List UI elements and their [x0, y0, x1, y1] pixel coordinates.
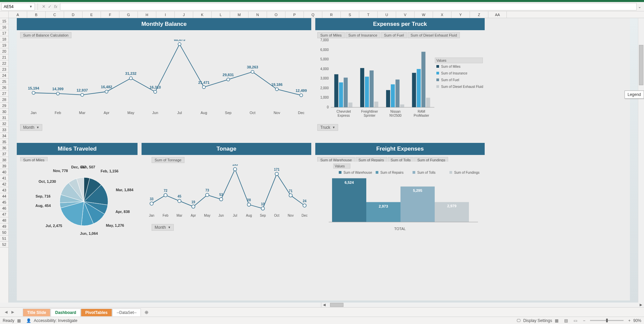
column-header[interactable]: V [396, 11, 415, 18]
column-header[interactable]: Z [470, 11, 488, 18]
column-header[interactable]: T [359, 11, 378, 18]
row-header[interactable]: 38 [0, 157, 8, 163]
column-header[interactable]: F [101, 11, 119, 18]
column-header[interactable]: P [285, 11, 304, 18]
row-header[interactable]: 21 [0, 54, 8, 60]
row-header[interactable]: 28 [0, 97, 8, 103]
filter-tonage-month[interactable]: Month▼ [152, 224, 174, 231]
chip[interactable]: Sum of Fuel [381, 32, 407, 38]
row-header[interactable]: 22 [0, 60, 8, 66]
column-header[interactable]: G [119, 11, 138, 18]
row-header[interactable]: 34 [0, 133, 8, 139]
row-header[interactable]: 41 [0, 175, 8, 181]
chip[interactable]: Sum of Diesel Exhaust Fluid [408, 32, 460, 38]
tab-pivottables[interactable]: PivotTables [81, 309, 112, 316]
accessibility-icon[interactable]: 👤 [23, 318, 34, 323]
row-header[interactable]: 23 [0, 66, 8, 72]
zoom-slider[interactable] [590, 320, 624, 321]
column-header[interactable]: R [322, 11, 341, 18]
status-display-settings[interactable]: Display Settings [523, 318, 552, 323]
view-page-layout-icon[interactable]: ▤ [561, 318, 571, 323]
chip[interactable]: Sum of Miles [317, 32, 345, 38]
row-header[interactable]: 25 [0, 78, 8, 85]
row-header[interactable]: 32 [0, 121, 8, 127]
column-header[interactable]: J [175, 11, 193, 18]
chip-balance[interactable]: Sum of Balance Calculation [20, 32, 71, 38]
horizontal-scrollbar[interactable] [327, 303, 638, 307]
row-header[interactable]: 43 [0, 187, 8, 193]
chip[interactable]: Sum of Insurance [345, 32, 380, 38]
formula-input[interactable] [60, 3, 637, 10]
column-header[interactable]: H [138, 11, 156, 18]
tab-title-slide[interactable]: Title Slide [23, 309, 50, 316]
tab-nav-prev-icon[interactable]: ◀ [3, 310, 9, 314]
row-header[interactable]: 26 [0, 85, 8, 91]
row-header[interactable]: 35 [0, 139, 8, 145]
column-header[interactable]: Y [451, 11, 470, 18]
zoom-in-icon[interactable]: + [626, 318, 633, 323]
name-box[interactable]: AE54 ▼ [1, 3, 35, 10]
column-header[interactable]: K [193, 11, 212, 18]
column-header[interactable]: E [83, 11, 101, 18]
column-header[interactable]: Q [304, 11, 322, 18]
row-header[interactable]: 18 [0, 36, 8, 42]
column-header[interactable]: D [64, 11, 83, 18]
chip-tonnage[interactable]: Sum of Tonnage [152, 157, 184, 163]
column-header[interactable]: S [341, 11, 359, 18]
column-header[interactable]: B [27, 11, 46, 18]
column-header[interactable]: I [156, 11, 175, 18]
row-header[interactable]: 42 [0, 181, 8, 187]
row-header[interactable]: 15 [0, 18, 8, 24]
row-header[interactable]: 52 [0, 241, 8, 248]
row-header[interactable]: 24 [0, 72, 8, 78]
select-all-corner[interactable] [0, 11, 9, 18]
row-header[interactable]: 45 [0, 199, 8, 205]
display-settings-icon[interactable]: 🖵 [514, 318, 523, 323]
cancel-formula-icon[interactable]: ✕ [41, 4, 47, 9]
row-header[interactable]: 20 [0, 48, 8, 54]
row-header[interactable]: 30 [0, 109, 8, 115]
tab-dashboard[interactable]: Dashboard [51, 309, 80, 317]
zoom-out-icon[interactable]: − [580, 318, 588, 323]
column-header[interactable]: N [249, 11, 267, 18]
view-page-break-icon[interactable]: ▭ [571, 318, 580, 323]
row-header[interactable]: 27 [0, 91, 8, 97]
chevron-down-icon[interactable]: ▼ [29, 5, 33, 8]
row-header[interactable]: 37 [0, 151, 8, 157]
row-header[interactable]: 47 [0, 211, 8, 217]
row-header[interactable]: 29 [0, 103, 8, 109]
zoom-level[interactable]: 90% [633, 318, 641, 323]
column-header[interactable]: AA [488, 11, 507, 18]
row-header[interactable]: 33 [0, 127, 8, 133]
filter-month[interactable]: Month▼ [20, 124, 42, 131]
scroll-left-icon[interactable]: ◀ [321, 303, 327, 307]
fx-icon[interactable]: fx [53, 4, 59, 9]
row-header[interactable]: 31 [0, 115, 8, 121]
row-header[interactable]: 19 [0, 42, 8, 48]
vertical-scrollbar[interactable] [638, 18, 644, 303]
row-header[interactable]: 51 [0, 235, 8, 241]
row-header[interactable]: 17 [0, 30, 8, 36]
row-header[interactable]: 40 [0, 169, 8, 175]
column-header[interactable]: U [378, 11, 396, 18]
column-header[interactable]: L [212, 11, 230, 18]
row-header[interactable]: 39 [0, 163, 8, 169]
scroll-right-icon[interactable]: ▶ [638, 303, 644, 307]
column-header[interactable]: C [46, 11, 64, 18]
macro-record-icon[interactable]: ▦ [14, 318, 23, 323]
row-header[interactable]: 46 [0, 205, 8, 211]
column-header[interactable]: M [230, 11, 249, 18]
row-header[interactable]: 36 [0, 145, 8, 151]
view-normal-icon[interactable]: ▦ [552, 318, 561, 323]
row-header[interactable]: 50 [0, 229, 8, 235]
column-header[interactable]: W [415, 11, 433, 18]
add-sheet-icon[interactable]: ⊕ [141, 310, 152, 315]
expand-formula-bar-icon[interactable]: ⌄ [637, 4, 643, 9]
column-header[interactable]: X [433, 11, 451, 18]
column-header[interactable]: O [267, 11, 285, 18]
column-header[interactable]: A [9, 11, 27, 18]
row-header[interactable]: 44 [0, 193, 8, 199]
tab-nav-next-icon[interactable]: ▶ [9, 310, 16, 314]
filter-truck[interactable]: Truck▼ [317, 124, 338, 131]
row-header[interactable]: 49 [0, 223, 8, 229]
